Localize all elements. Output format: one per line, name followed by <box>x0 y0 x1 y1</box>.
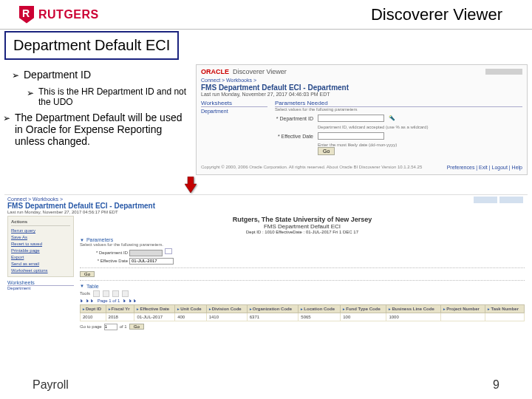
col-organization-code[interactable]: Organization Code <box>247 304 299 313</box>
bullet-2: The Department Default will be used in O… <box>15 112 188 147</box>
col-effective-date[interactable]: Effective Date <box>134 304 175 313</box>
goto-page-input[interactable] <box>104 324 117 330</box>
footer-left: Payroll <box>33 378 69 392</box>
slide-title: Department Default ECI <box>4 31 179 60</box>
table-row: 2010 2018 01-JUL-2017 400 1410 6371 5065… <box>81 313 525 321</box>
flashlight-icon[interactable]: 🔦 <box>389 115 395 121</box>
col-project-number[interactable]: Project Number <box>441 304 485 313</box>
effective-date-hint: Enter the most likely date (dd-mon-yyyy) <box>318 143 522 147</box>
oracle-logo: ORACLE <box>201 68 229 75</box>
tool-icon[interactable] <box>93 290 100 297</box>
dept-id-input[interactable] <box>318 115 384 122</box>
action-link[interactable]: Rerun query <box>11 228 70 234</box>
col-fiscal-yr[interactable]: Fiscal Yr <box>106 304 134 313</box>
go-button[interactable]: Go <box>318 147 335 155</box>
worksheets-header: Worksheets <box>7 280 74 286</box>
worksheet-link[interactable]: Department <box>7 286 74 290</box>
report-title: FMS Department Default ECI - Department <box>7 202 525 210</box>
discoverer-label: Discoverer Viewer <box>233 68 287 75</box>
report-params-line: Dept ID : 1010 EffectiveDate : 01-JUL-20… <box>80 230 525 234</box>
result-screenshot: Connect > Workbooks > FMS Department Def… <box>4 194 528 339</box>
results-table: Dept ID Fiscal Yr Effective Date Unit Co… <box>80 304 525 321</box>
action-link[interactable]: Printable page <box>11 248 70 254</box>
action-link[interactable]: Save As <box>11 234 70 241</box>
actions-panel: Actions Rerun query Save As Revert to sa… <box>7 216 74 277</box>
bullet-icon <box>27 86 34 107</box>
parameters-subtitle: Select values for the following paramete… <box>275 107 522 112</box>
col-unit-code[interactable]: Unit Code <box>175 304 207 313</box>
svg-marker-0 <box>185 177 197 193</box>
page-indicator: Page 1 of 1 <box>98 299 120 303</box>
actions-header: Actions <box>11 219 70 226</box>
col-location-code[interactable]: Location Code <box>299 304 341 313</box>
action-link[interactable]: Export <box>11 254 70 261</box>
dept-id-input[interactable] <box>129 250 163 256</box>
bullet-icon <box>12 69 19 82</box>
dept-id-label: * Department ID <box>275 116 313 121</box>
footer-links[interactable]: Preferences | Exit | Logout | Help <box>447 165 522 170</box>
app-title: Discoverer Viewer <box>371 5 502 24</box>
university-heading: Rutgers, The State University of New Jer… <box>80 216 525 223</box>
bullet-1: Department ID <box>24 69 91 82</box>
report-title: FMS Department Default ECI - Department <box>201 83 522 92</box>
goto-page-go[interactable]: Go <box>129 324 144 330</box>
report-subtitle: FMS Department Default ECI <box>80 223 525 230</box>
table-section-title[interactable]: Table <box>80 284 525 289</box>
shield-icon <box>19 6 34 24</box>
dept-id-label: * Department ID <box>80 250 128 255</box>
breadcrumb[interactable]: Connect > Workbooks > <box>201 78 522 83</box>
rows-per-page[interactable]: ⏵ ⏵⏵ <box>80 299 95 303</box>
breadcrumb[interactable]: Connect > Workbooks > <box>7 197 525 202</box>
tool-icon[interactable] <box>103 290 109 297</box>
last-run: Last run Monday, November 27, 2017 04:56… <box>7 210 525 214</box>
col-dept-id[interactable]: Dept ID <box>81 304 106 313</box>
col-business-line-code[interactable]: Business Line Code <box>386 304 441 313</box>
goto-page-label: Go to page <box>80 324 102 329</box>
dept-id-hint: Department ID, wildcard accepted (use % … <box>318 125 522 129</box>
action-link[interactable]: Worksheet options <box>11 267 70 274</box>
university-name: RUTGERS <box>38 8 99 21</box>
col-task-number[interactable]: Task Number <box>485 304 525 313</box>
parameters-subtitle: Select values for the following paramete… <box>80 242 525 247</box>
top-buttons <box>474 197 523 203</box>
slide-title-text: Department Default ECI <box>13 37 170 53</box>
last-run: Last run Monday, November 27, 2017 04:46… <box>201 92 522 97</box>
action-link[interactable]: Revert to saved <box>11 241 70 248</box>
copyright-text: Copyright © 2000, 2006 Oracle Corporatio… <box>201 165 422 170</box>
parameters-header: Parameters Needed <box>275 100 522 107</box>
rutgers-logo: RUTGERS <box>19 6 99 24</box>
worksheets-header: Worksheets <box>201 100 267 107</box>
bullet-1a: This is the HR Department ID and not the… <box>38 86 188 107</box>
go-button[interactable]: Go <box>80 271 95 277</box>
effective-date-input[interactable] <box>318 132 384 140</box>
flashlight-icon[interactable] <box>165 248 172 254</box>
action-link[interactable]: Send as email <box>11 261 70 267</box>
page-number: 9 <box>493 378 499 392</box>
tools-label: Tools <box>80 291 90 296</box>
tool-icon[interactable] <box>122 290 129 297</box>
effective-date-label: * Effective Date <box>80 259 128 263</box>
tool-icon[interactable] <box>112 290 119 297</box>
worksheet-link[interactable]: Department <box>201 109 267 114</box>
parameters-section-title[interactable]: Parameters <box>80 237 525 242</box>
effective-date-label: * Effective Date <box>275 134 313 139</box>
of-pages: of 1 <box>120 324 127 329</box>
effective-date-input[interactable] <box>129 258 174 265</box>
bullet-icon <box>3 112 10 147</box>
col-fund-type-code[interactable]: Fund Type Code <box>341 304 386 313</box>
col-division-code[interactable]: Division Code <box>206 304 247 313</box>
parameter-screenshot: ORACLE Discoverer Viewer Connect > Workb… <box>196 64 528 175</box>
bullet-column: Department ID This is the HR Department … <box>7 64 188 175</box>
red-arrow-icon <box>185 177 197 193</box>
placeholder-pill <box>485 69 522 75</box>
